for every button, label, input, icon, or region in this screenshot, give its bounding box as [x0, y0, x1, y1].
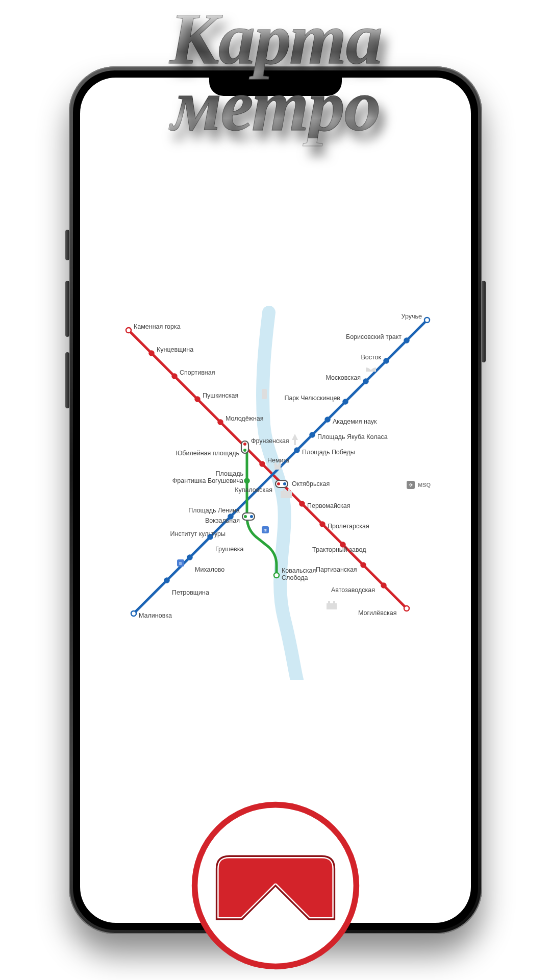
metro-map[interactable]: ≋ ≋ ✈ MSQ Каменная горка Кунцев — [80, 292, 471, 680]
station-sportivnaya[interactable] — [172, 374, 177, 379]
phone-power-button — [482, 281, 486, 362]
label-yubileynaya-ploshchad: Юбилейная площадь — [176, 450, 239, 457]
app-title: Карта метро — [169, 5, 382, 138]
station-molodezhnaya[interactable] — [218, 420, 223, 425]
label-proletarskaya: Пролетарская — [328, 523, 369, 530]
airport-badge: ✈ MSQ — [407, 481, 431, 489]
label-park-chelyuskincev: Парк Челюскинцев — [284, 395, 340, 402]
interchange-dot — [283, 482, 286, 485]
label-molodezhnaya: Молодёжная — [226, 415, 264, 422]
svg-text:≋: ≋ — [263, 528, 267, 533]
svg-text:✈: ✈ — [409, 482, 413, 488]
metro-map-svg[interactable]: ≋ ≋ ✈ MSQ Каменная горка Кунцев — [80, 292, 471, 680]
label-vokzalnaya: Вокзальная — [205, 517, 240, 524]
station-park-chelyuskincev[interactable] — [343, 400, 348, 404]
label-vostok: Восток — [361, 354, 381, 361]
label-ploshchad-pobedy: Площадь Победы — [302, 449, 355, 456]
label-frunzenskaya: Фрунзенская — [251, 437, 289, 445]
station-pushkinskaya[interactable] — [195, 397, 200, 402]
rail-badge-1: ≋ — [262, 526, 269, 533]
phone-screen: ≋ ≋ ✈ MSQ Каменная горка Кунцев — [80, 78, 471, 923]
label-uruchye: Уручье — [402, 313, 422, 320]
label-akademiya-nauk: Академия наук — [333, 418, 377, 425]
label-oktyabrskaya: Октябрьская — [292, 480, 330, 487]
label-ploshchad-lenina: Площадь Ленина — [188, 507, 240, 514]
station-ploshchad-yakuba-kolasa[interactable] — [310, 433, 315, 437]
station-kuncevshchina[interactable] — [149, 351, 154, 356]
label-kamennaya-gorka: Каменная горка — [134, 323, 181, 330]
metro-logo — [191, 801, 360, 970]
station-ploshchad-pobedy[interactable] — [295, 448, 299, 453]
label-borisovsky-trakt: Борисовский тракт — [346, 333, 402, 340]
rail-badge-2: ≋ — [177, 559, 184, 567]
station-nemiga[interactable] — [260, 462, 265, 467]
label-petrovshchina: Петровщина — [172, 589, 209, 596]
svg-text:≋: ≋ — [179, 561, 183, 566]
station-kamennaya-gorka[interactable] — [126, 328, 131, 333]
label-kupalovskaya: Купаловская — [235, 486, 272, 494]
label-ploshchad-yakuba-kolasa: Площадь Якуба Коласа — [317, 433, 388, 440]
svg-rect-0 — [262, 389, 267, 399]
label-malinovka: Малиновка — [139, 612, 172, 619]
station-malinovka[interactable] — [131, 611, 136, 616]
label-partizanskaya: Партизанская — [316, 566, 357, 573]
interchange-dot — [243, 449, 246, 452]
station-grushevka[interactable] — [208, 535, 213, 540]
label-pervomayskaya: Первомайская — [307, 502, 350, 509]
station-petrovshchina[interactable] — [165, 578, 169, 583]
label-ploshchad-bogushevicha-2: Франтишка Богушевича — [172, 477, 243, 484]
label-sportivnaya: Спортивная — [180, 369, 215, 376]
airport-code: MSQ — [418, 482, 431, 488]
station-uruchye[interactable] — [424, 317, 430, 323]
interchange-dot — [243, 443, 246, 446]
station-partizanskaya[interactable] — [361, 563, 366, 568]
label-kovalskaya-sloboda-1: Ковальская — [282, 567, 316, 574]
interchange-dot — [244, 515, 247, 518]
station-vostok[interactable] — [384, 359, 389, 363]
label-ploshchad-bogushevicha-1: Площадь — [216, 470, 243, 477]
phone-mute-switch — [65, 230, 69, 260]
title-line-2: метро — [169, 72, 382, 139]
station-mogilevskaya[interactable] — [404, 606, 409, 611]
interchange-dot — [250, 515, 253, 518]
station-avtozavodskaya[interactable] — [382, 583, 386, 588]
label-mikhalovo: Михалово — [195, 566, 224, 573]
label-kovalskaya-sloboda-2: Слобода — [282, 574, 308, 581]
label-moskovskaya: Московская — [325, 374, 361, 381]
interchange-dot — [277, 482, 280, 485]
station-ploshchad-bogushevicha[interactable] — [245, 479, 249, 483]
label-kuncevshchina: Кунцевщина — [157, 346, 193, 353]
station-moskovskaya[interactable] — [364, 379, 368, 384]
label-institut-kultury: Институт культуры — [170, 530, 226, 537]
label-pushkinskaya: Пушкинская — [203, 392, 238, 399]
label-grushevka: Грушевка — [215, 546, 243, 553]
phone-volume-down — [65, 352, 69, 408]
station-mikhalovo[interactable] — [188, 555, 192, 560]
label-traktorny-zavod: Тракторный завод — [312, 546, 366, 553]
label-mogilevskaya: Могилёвская — [358, 609, 397, 617]
station-borisovsky-trakt[interactable] — [405, 338, 409, 343]
station-akademiya-nauk[interactable] — [325, 418, 330, 422]
phone-volume-up — [65, 281, 69, 337]
station-proletarskaya[interactable] — [320, 522, 325, 527]
label-nemiga: Немига — [267, 457, 289, 464]
station-pervomayskaya[interactable] — [300, 502, 305, 506]
label-avtozavodskaya: Автозаводская — [331, 586, 375, 594]
station-kovalskaya-sloboda[interactable] — [274, 573, 279, 578]
